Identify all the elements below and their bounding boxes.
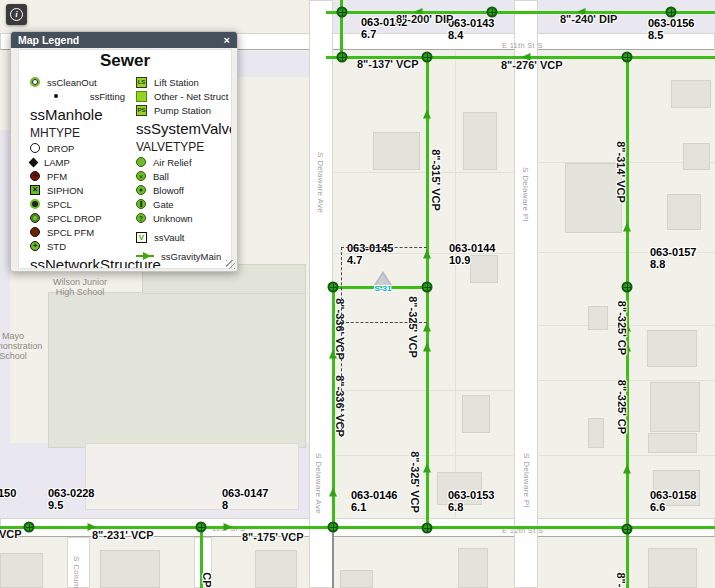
pfm-icon [30, 171, 40, 181]
legend-item-label: Lift Station [154, 77, 199, 88]
manhole-marker [337, 52, 348, 63]
building [463, 112, 497, 170]
building [462, 395, 490, 433]
street-label: S Delaware Ave [314, 453, 323, 514]
cleanout-icon [30, 77, 40, 87]
cleanout-label: S-31 [375, 284, 392, 293]
manhole-depth: 8.8 [650, 258, 697, 270]
manhole-depth: 10.9 [449, 254, 496, 266]
building [588, 306, 608, 330]
flow-arrow-icon [423, 110, 431, 119]
lamp-icon [29, 157, 39, 167]
manhole-label: 063-014410.9 [449, 242, 496, 266]
manhole-label: 063-02289.5 [48, 487, 95, 511]
legend-item-label: Ball [153, 171, 169, 182]
legend-content[interactable]: Sewer ssCleanOutssFittingssManholeMHTYPE… [18, 49, 232, 269]
legend-item-drop: DROP [30, 141, 125, 155]
unknown-icon [136, 213, 146, 223]
manhole-depth: 9.5 [48, 499, 95, 511]
legend-item-siphon: SIPHON [30, 183, 125, 197]
flow-arrow-icon [224, 523, 233, 531]
manhole-marker [328, 282, 339, 293]
drop-icon [30, 143, 40, 153]
sewer-gravity-main [426, 57, 429, 528]
gate-icon [136, 199, 146, 209]
manhole-marker [422, 523, 433, 534]
parcel-line [455, 51, 456, 518]
manhole-depth: 6.7 [361, 28, 408, 40]
building [683, 143, 710, 170]
legend-item-label: STD [47, 241, 66, 252]
legend-panel-header[interactable]: Map Legend × [11, 32, 237, 48]
legend-heading-mhtype: MHTYPE [30, 125, 125, 141]
legend-item-ssgravitymain: ssGravityMain [136, 249, 231, 263]
legend-item-label: Pump Station [154, 105, 211, 116]
manhole-id: 063-0144 [449, 242, 496, 254]
manhole-marker [487, 7, 498, 18]
close-icon[interactable]: × [224, 35, 230, 46]
manhole-marker [622, 52, 633, 63]
parcel-line [334, 390, 513, 391]
pipe-label: 8"-175' VCP [242, 532, 304, 543]
building [565, 163, 622, 233]
legend-heading-ssnetworkstructure: ssNetworkStructure [30, 253, 125, 269]
legend-item-label: DROP [47, 143, 74, 154]
manhole-id: 063-0157 [650, 246, 697, 258]
legend-item-label: Unknown [153, 213, 193, 224]
legend-item-air-relief: Air Relief [136, 155, 231, 169]
legend-item-other-net-struct: Other - Net Struct [136, 89, 231, 103]
manhole-id: 063-0228 [48, 487, 95, 499]
manhole-id: 150 [0, 487, 16, 499]
building [647, 330, 697, 367]
legend-item-gate: Gate [136, 197, 231, 211]
legend-item-sscleanout: ssCleanOut [30, 75, 125, 89]
info-icon: i [10, 8, 23, 21]
manhole-id: 063-0156 [648, 17, 695, 29]
legend-title: Map Legend [18, 34, 79, 46]
manhole-marker [337, 7, 348, 18]
legend-item-lift-station: LSLift Station [136, 75, 231, 89]
pipe-label: VCP [0, 529, 22, 540]
legend-item-spcl: SPCL [30, 197, 125, 211]
manhole-depth: 8.5 [648, 29, 695, 41]
legend-item-pump-station: PSPump Station [136, 103, 231, 117]
legend-item-label: LAMP [44, 157, 70, 168]
building [648, 548, 697, 588]
info-button[interactable]: i [6, 4, 27, 25]
manhole-depth: 8 [222, 499, 269, 511]
building [458, 548, 488, 588]
manhole-label: 063-01586.6 [650, 489, 697, 513]
spcl-pfm-icon [30, 227, 40, 237]
pipe-label: 8"-276' VCP [501, 60, 563, 71]
legend-item-label: ssVault [154, 232, 184, 243]
building [671, 80, 711, 108]
manhole-marker [24, 522, 35, 533]
manhole-marker [328, 522, 339, 533]
legend-item-lamp: LAMP [30, 155, 125, 169]
pipe-label: 8"-137' VCP [357, 59, 419, 70]
manhole-id: 063-0145 [347, 242, 394, 254]
resize-handle-icon[interactable] [226, 260, 235, 269]
casing-line [332, 531, 334, 588]
street-label: S Columbia Ave [72, 556, 81, 588]
legend-item-spcl-drop: SPCL DROP [30, 211, 125, 225]
manhole-depth: 6.1 [351, 501, 398, 513]
legend-item-label: ssGravityMain [161, 251, 221, 262]
landuse-zone [238, 51, 309, 77]
legend-item-ssvault: ssVault [136, 230, 231, 244]
manhole-marker [196, 522, 207, 533]
legend-item-label: SPCL PFM [47, 227, 94, 238]
pipe-label: 8"- [615, 573, 626, 588]
legend-item-label: ssFitting [90, 91, 125, 102]
parcel-line [334, 455, 513, 456]
legend-section-title: Sewer [19, 50, 231, 69]
gis-map-app: 063-01426.7063-01438.4063-01568.5063-014… [0, 0, 715, 588]
manhole-id: 063-0147 [222, 487, 269, 499]
legend-item-ssfitting: ssFitting [30, 89, 125, 103]
other-net-struct-icon [136, 91, 147, 102]
legend-item-blowoff: Blowoff [136, 183, 231, 197]
encroachment-boundary [341, 247, 427, 248]
std-icon [30, 241, 40, 251]
cleanout-marker [374, 271, 392, 285]
legend-item-ball: Ball [136, 169, 231, 183]
